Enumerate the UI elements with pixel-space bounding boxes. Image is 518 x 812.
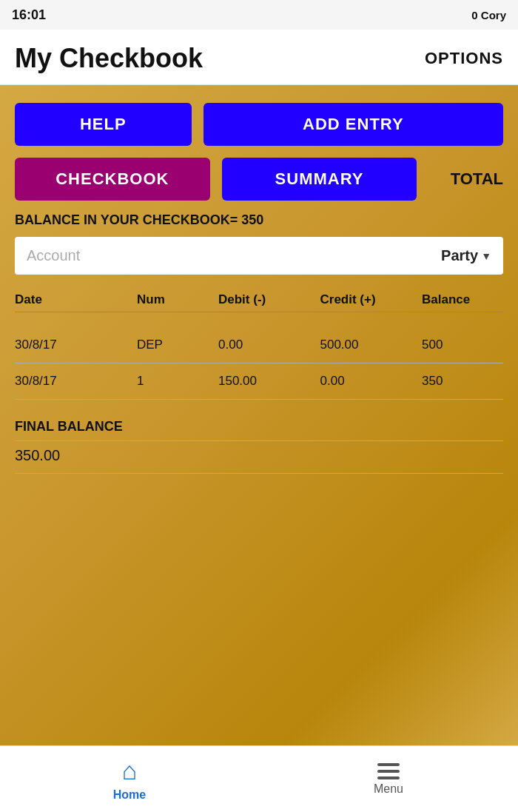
col-header-balance: Balance (422, 292, 503, 307)
account-placeholder: Account (27, 247, 80, 264)
party-label: Party (441, 247, 478, 264)
row1-date: 30/8/17 (15, 338, 137, 352)
network-info: 0 Cory (471, 9, 506, 21)
row2-balance: 350 (422, 374, 503, 389)
party-dropdown[interactable]: Party ▼ (441, 247, 491, 264)
menu-line-1 (377, 763, 400, 766)
checkbook-button[interactable]: CHECKBOOK (15, 158, 210, 201)
balance-header: BALANCE IN YOUR CHECKBOOK= 350 (15, 212, 503, 228)
page-title: My Checkbook (15, 43, 203, 74)
button-row-1: HELP ADD ENTRY (15, 103, 503, 146)
app-header: My Checkbook OPTIONS (0, 30, 518, 85)
transactions-table: Date Num Debit (-) Credit (+) Balance 30… (15, 286, 503, 400)
menu-label: Menu (374, 782, 403, 796)
status-time: 16:01 (12, 7, 46, 23)
status-right: 0 Cory (471, 9, 506, 21)
col-header-credit: Credit (+) (320, 292, 423, 307)
table-header-row: Date Num Debit (-) Credit (+) Balance (15, 286, 503, 312)
menu-line-2 (377, 770, 400, 773)
add-entry-button[interactable]: ADD ENTRY (204, 103, 503, 146)
bottom-nav: ⌂ Home Menu (0, 745, 518, 812)
table-row[interactable]: 30/8/17 DEP 0.00 500.00 500 (15, 327, 503, 363)
chevron-down-icon: ▼ (481, 250, 491, 262)
row1-balance: 500 (422, 338, 503, 352)
status-bar: 16:01 0 Cory (0, 0, 518, 30)
final-balance-label: FINAL BALANCE (15, 412, 503, 440)
final-balance-value: 350.00 (15, 440, 503, 474)
home-label: Home (113, 788, 146, 802)
account-row[interactable]: Account Party ▼ (15, 237, 503, 275)
row2-debit: 150.00 (218, 374, 320, 389)
main-content: HELP ADD ENTRY CHECKBOOK SUMMARY TOTAL B… (0, 85, 518, 745)
table-row[interactable]: 30/8/17 1 150.00 0.00 350 (15, 363, 503, 400)
menu-line-3 (377, 776, 400, 779)
col-header-num: Num (137, 292, 218, 307)
row2-credit: 0.00 (320, 374, 423, 389)
total-label: TOTAL (428, 170, 503, 189)
row1-credit: 500.00 (320, 338, 423, 352)
col-header-date: Date (15, 292, 137, 307)
row1-num: DEP (137, 338, 218, 352)
row1-debit: 0.00 (218, 338, 320, 352)
help-button[interactable]: HELP (15, 103, 192, 146)
summary-button[interactable]: SUMMARY (222, 158, 417, 201)
col-header-debit: Debit (-) (218, 292, 320, 307)
row2-date: 30/8/17 (15, 374, 137, 389)
home-icon: ⌂ (122, 756, 138, 785)
options-button[interactable]: OPTIONS (425, 49, 503, 68)
button-row-2: CHECKBOOK SUMMARY TOTAL (15, 158, 503, 201)
nav-home[interactable]: ⌂ Home (0, 756, 259, 802)
row2-num: 1 (137, 374, 218, 389)
table-spacer (15, 312, 503, 327)
final-balance-section: FINAL BALANCE 350.00 (15, 412, 503, 474)
menu-icon (377, 763, 400, 779)
nav-menu[interactable]: Menu (259, 763, 518, 796)
